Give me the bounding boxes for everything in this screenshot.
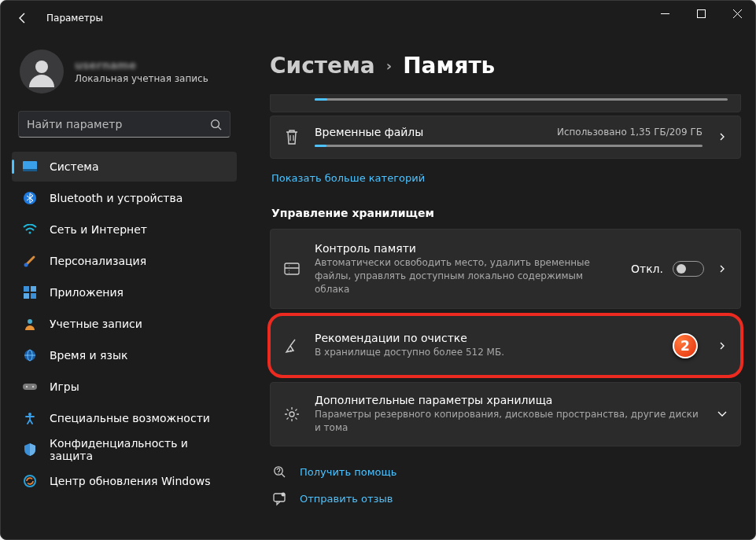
arrow-left-icon (17, 12, 29, 24)
titlebar: Параметры (1, 1, 755, 35)
sidebar-item-accounts[interactable]: Учетные записи (12, 309, 237, 339)
sidebar-item-label: Система (50, 160, 98, 173)
update-icon (23, 474, 37, 488)
apps-icon (23, 285, 37, 299)
svg-point-17 (32, 386, 34, 388)
search-input-wrap[interactable] (18, 111, 230, 138)
sidebar-item-label: Время и язык (50, 349, 127, 362)
cleanup-recommendations-card[interactable]: Рекомендации по очистке В хранилище дост… (270, 315, 741, 376)
get-help-link[interactable]: Получить помощь (270, 465, 741, 479)
window-title: Параметры (46, 13, 103, 24)
sidebar-item-label: Персонализация (50, 255, 146, 267)
svg-rect-20 (285, 263, 299, 274)
minimize-button[interactable] (647, 1, 683, 26)
sidebar-item-privacy[interactable]: Конфиденциальность и защита (12, 435, 237, 465)
storage-sense-icon (283, 261, 301, 277)
svg-point-23 (278, 473, 278, 474)
sidebar-item-label: Конфиденциальность и защита (50, 437, 227, 462)
back-button[interactable] (13, 9, 32, 28)
storage-sense-title: Контроль памяти (315, 242, 617, 255)
window-controls (647, 1, 755, 26)
svg-rect-11 (31, 293, 36, 299)
sidebar-item-network[interactable]: Сеть и Интернет (12, 215, 237, 244)
sidebar-item-label: Специальные возможности (50, 412, 210, 424)
minimize-icon (661, 9, 669, 18)
temp-files-usage: Использовано 1,35 ГБ/209 ГБ (557, 127, 703, 138)
sidebar-item-label: Учетные записи (50, 318, 142, 330)
svg-rect-15 (23, 384, 37, 390)
chevron-down-icon (717, 409, 728, 420)
gamepad-icon (23, 380, 37, 394)
sidebar-item-apps[interactable]: Приложения (12, 277, 237, 307)
user-texts: username Локальная учетная запись (75, 59, 208, 84)
show-more-categories-link[interactable]: Показать больше категорий (271, 172, 425, 184)
sidebar-item-accessibility[interactable]: Специальные возможности (12, 403, 237, 433)
sidebar-item-label: Центр обновления Windows (50, 475, 210, 487)
cleanup-title: Рекомендации по очистке (315, 332, 703, 344)
storage-sense-subtitle: Автоматически освободить место, удалить … (315, 256, 617, 296)
chevron-right-icon (717, 263, 728, 274)
brush-icon (23, 254, 37, 268)
svg-point-1 (35, 61, 48, 73)
breadcrumb-parent[interactable]: Система (270, 53, 375, 79)
broom-icon (283, 338, 301, 354)
sidebar-item-personalization[interactable]: Персонализация (12, 246, 237, 276)
trash-icon (283, 129, 301, 145)
help-icon (273, 465, 287, 479)
svg-rect-0 (697, 9, 705, 17)
maximize-icon (697, 9, 706, 18)
search-input[interactable] (27, 118, 204, 130)
svg-point-2 (212, 119, 219, 127)
sidebar-item-label: Приложения (50, 286, 124, 299)
gear-icon (283, 406, 301, 422)
sidebar-item-windows-update[interactable]: Центр обновления Windows (12, 466, 237, 496)
feedback-text: Отправить отзыв (300, 493, 393, 505)
content-area: username Локальная учетная запись Систем… (1, 35, 755, 539)
maximize-button[interactable] (683, 1, 719, 26)
svg-point-21 (289, 412, 294, 417)
chevron-right-icon (717, 340, 728, 351)
display-icon (23, 160, 37, 174)
give-feedback-link[interactable]: Отправить отзыв (270, 492, 741, 506)
svg-point-19 (24, 476, 35, 487)
temp-files-title: Временные файлы (315, 126, 423, 138)
advanced-title: Дополнительные параметры хранилища (315, 394, 703, 406)
clock-globe-icon (23, 348, 37, 362)
chevron-right-icon (717, 131, 728, 142)
sidebar-item-label: Сеть и Интернет (50, 223, 147, 236)
main-content: Система › Память Временные файлы Использ… (245, 35, 755, 539)
help-links: Получить помощь Отправить отзыв (270, 465, 741, 506)
sidebar-item-system[interactable]: Система (12, 152, 237, 182)
advanced-storage-card[interactable]: Дополнительные параметры хранилища Парам… (270, 382, 741, 446)
close-icon (733, 9, 742, 18)
user-block[interactable]: username Локальная учетная запись (7, 43, 242, 109)
svg-point-6 (29, 232, 31, 234)
svg-point-25 (282, 492, 286, 496)
storage-overview-card[interactable] (270, 94, 741, 112)
account-icon (23, 317, 37, 331)
temp-files-card[interactable]: Временные файлы Использовано 1,35 ГБ/209… (270, 116, 741, 159)
annotation-marker: 2 (673, 333, 698, 358)
accessibility-icon (23, 411, 37, 425)
storage-sense-toggle[interactable] (673, 261, 704, 277)
toggle-state-label: Откл. (631, 263, 663, 275)
chevron-right-icon: › (386, 57, 392, 74)
bluetooth-icon (23, 191, 37, 205)
sidebar-item-time-language[interactable]: Время и язык (12, 340, 237, 370)
svg-rect-9 (31, 286, 36, 292)
search-wrap (7, 109, 242, 145)
svg-point-16 (26, 386, 28, 388)
close-button[interactable] (719, 1, 755, 26)
storage-management-heading: Управление хранилищем (271, 207, 741, 219)
storage-sense-card[interactable]: Контроль памяти Автоматически освободить… (270, 229, 741, 309)
sidebar-item-gaming[interactable]: Игры (12, 372, 237, 402)
get-help-text: Получить помощь (300, 466, 396, 478)
svg-rect-8 (24, 286, 29, 292)
sidebar-item-bluetooth[interactable]: Bluetooth и устройства (12, 183, 237, 213)
sidebar-item-label: Игры (50, 380, 79, 393)
breadcrumb: Система › Память (270, 53, 741, 79)
sidebar-item-label: Bluetooth и устройства (50, 192, 183, 204)
cleanup-subtitle: В хранилище доступно более 512 МБ. (315, 346, 703, 359)
sidebar: username Локальная учетная запись Систем… (1, 35, 245, 539)
svg-point-12 (28, 319, 32, 324)
